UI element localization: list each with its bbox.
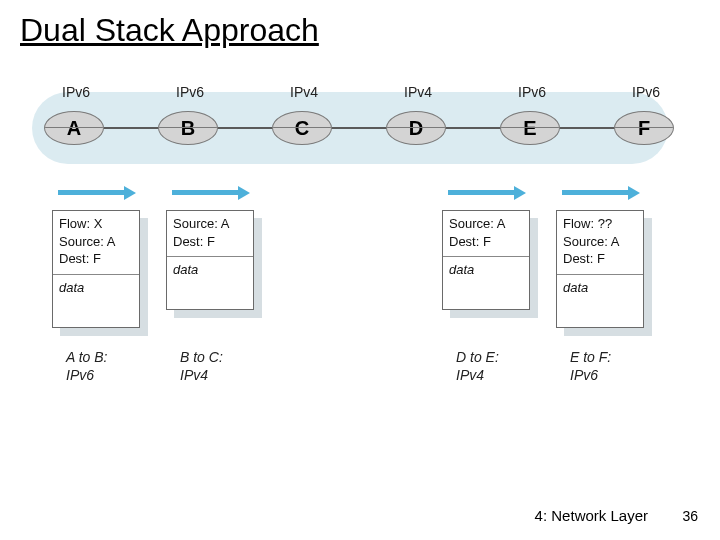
node-proto-a: IPv6 bbox=[62, 84, 90, 100]
arrow-b-c bbox=[172, 186, 250, 200]
node-c: C bbox=[272, 111, 332, 145]
node-e: E bbox=[500, 111, 560, 145]
caption-1-bottom: IPv4 bbox=[180, 367, 208, 383]
node-proto-e: IPv6 bbox=[518, 84, 546, 100]
caption-1-top: B to C: bbox=[180, 349, 223, 365]
link-d-e bbox=[442, 127, 502, 129]
caption-2-top: D to E: bbox=[456, 349, 499, 365]
link-e-f bbox=[556, 127, 616, 129]
packet-2-payload: data bbox=[449, 261, 523, 279]
packet-3-line-1: Source: A bbox=[563, 233, 637, 251]
caption-0-top: A to B: bbox=[66, 349, 108, 365]
packet-3: Flow: ?? Source: A Dest: F data bbox=[556, 210, 644, 328]
packet-1-line-1: Dest: F bbox=[173, 233, 247, 251]
packet-2-line-0: Source: A bbox=[449, 215, 523, 233]
node-d: D bbox=[386, 111, 446, 145]
caption-2-bottom: IPv4 bbox=[456, 367, 484, 383]
packet-0-line-0: Flow: X bbox=[59, 215, 133, 233]
arrow-e-f bbox=[562, 186, 640, 200]
arrow-d-e bbox=[448, 186, 526, 200]
link-c-d bbox=[328, 127, 388, 129]
node-letter-d: D bbox=[409, 117, 423, 140]
node-f: F bbox=[614, 111, 674, 145]
packet-0-line-2: Dest: F bbox=[59, 250, 133, 268]
arrow-a-b bbox=[58, 186, 136, 200]
caption-0-bottom: IPv6 bbox=[66, 367, 94, 383]
packet-0: Flow: X Source: A Dest: F data bbox=[52, 210, 140, 328]
caption-0: A to B: IPv6 bbox=[66, 348, 108, 384]
packet-1: Source: A Dest: F data bbox=[166, 210, 254, 310]
packet-2: Source: A Dest: F data bbox=[442, 210, 530, 310]
node-letter-b: B bbox=[181, 117, 195, 140]
node-proto-c: IPv4 bbox=[290, 84, 318, 100]
packet-1-line-0: Source: A bbox=[173, 215, 247, 233]
caption-1: B to C: IPv4 bbox=[180, 348, 223, 384]
node-letter-c: C bbox=[295, 117, 309, 140]
footer-page-number: 36 bbox=[682, 508, 698, 524]
caption-2: D to E: IPv4 bbox=[456, 348, 499, 384]
caption-3-bottom: IPv6 bbox=[570, 367, 598, 383]
link-b-c bbox=[214, 127, 274, 129]
packet-0-line-1: Source: A bbox=[59, 233, 133, 251]
node-proto-b: IPv6 bbox=[176, 84, 204, 100]
packet-3-line-0: Flow: ?? bbox=[563, 215, 637, 233]
footer-chapter: 4: Network Layer bbox=[535, 507, 648, 524]
packet-3-line-2: Dest: F bbox=[563, 250, 637, 268]
caption-3-top: E to F: bbox=[570, 349, 611, 365]
node-proto-d: IPv4 bbox=[404, 84, 432, 100]
node-a: A bbox=[44, 111, 104, 145]
packet-0-payload: data bbox=[59, 279, 133, 297]
node-proto-f: IPv6 bbox=[632, 84, 660, 100]
node-b: B bbox=[158, 111, 218, 145]
link-a-b bbox=[100, 127, 160, 129]
packet-1-payload: data bbox=[173, 261, 247, 279]
node-letter-a: A bbox=[67, 117, 81, 140]
page-title: Dual Stack Approach bbox=[20, 12, 319, 49]
node-letter-e: E bbox=[523, 117, 536, 140]
packet-2-line-1: Dest: F bbox=[449, 233, 523, 251]
caption-3: E to F: IPv6 bbox=[570, 348, 611, 384]
packet-3-payload: data bbox=[563, 279, 637, 297]
node-letter-f: F bbox=[638, 117, 650, 140]
